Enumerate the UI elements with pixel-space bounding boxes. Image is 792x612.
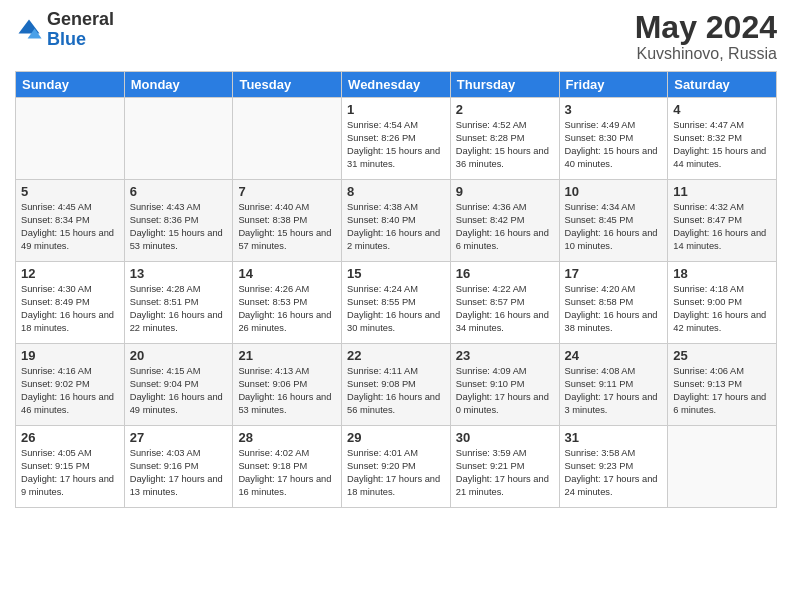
day-info: Sunrise: 4:52 AMSunset: 8:28 PMDaylight:… bbox=[456, 119, 554, 171]
day-info: Sunrise: 4:54 AMSunset: 8:26 PMDaylight:… bbox=[347, 119, 445, 171]
day-cell: 23Sunrise: 4:09 AMSunset: 9:10 PMDayligh… bbox=[450, 344, 559, 426]
day-number: 25 bbox=[673, 348, 771, 363]
day-cell: 2Sunrise: 4:52 AMSunset: 8:28 PMDaylight… bbox=[450, 98, 559, 180]
day-info: Sunrise: 4:34 AMSunset: 8:45 PMDaylight:… bbox=[565, 201, 663, 253]
day-number: 20 bbox=[130, 348, 228, 363]
header: General Blue May 2024 Kuvshinovo, Russia bbox=[15, 10, 777, 63]
day-cell: 30Sunrise: 3:59 AMSunset: 9:21 PMDayligh… bbox=[450, 426, 559, 508]
col-saturday: Saturday bbox=[668, 72, 777, 98]
week-row-1: 5Sunrise: 4:45 AMSunset: 8:34 PMDaylight… bbox=[16, 180, 777, 262]
day-cell bbox=[233, 98, 342, 180]
day-number: 31 bbox=[565, 430, 663, 445]
day-cell bbox=[668, 426, 777, 508]
day-info: Sunrise: 4:09 AMSunset: 9:10 PMDaylight:… bbox=[456, 365, 554, 417]
day-info: Sunrise: 4:05 AMSunset: 9:15 PMDaylight:… bbox=[21, 447, 119, 499]
day-cell: 29Sunrise: 4:01 AMSunset: 9:20 PMDayligh… bbox=[342, 426, 451, 508]
day-number: 24 bbox=[565, 348, 663, 363]
logo-general: General bbox=[47, 9, 114, 29]
logo-text: General Blue bbox=[47, 10, 114, 50]
day-number: 8 bbox=[347, 184, 445, 199]
day-info: Sunrise: 3:59 AMSunset: 9:21 PMDaylight:… bbox=[456, 447, 554, 499]
day-number: 15 bbox=[347, 266, 445, 281]
logo: General Blue bbox=[15, 10, 114, 50]
day-info: Sunrise: 4:06 AMSunset: 9:13 PMDaylight:… bbox=[673, 365, 771, 417]
day-number: 5 bbox=[21, 184, 119, 199]
day-number: 21 bbox=[238, 348, 336, 363]
day-info: Sunrise: 4:38 AMSunset: 8:40 PMDaylight:… bbox=[347, 201, 445, 253]
day-number: 19 bbox=[21, 348, 119, 363]
title-section: May 2024 Kuvshinovo, Russia bbox=[635, 10, 777, 63]
day-cell: 28Sunrise: 4:02 AMSunset: 9:18 PMDayligh… bbox=[233, 426, 342, 508]
day-number: 9 bbox=[456, 184, 554, 199]
col-thursday: Thursday bbox=[450, 72, 559, 98]
day-info: Sunrise: 3:58 AMSunset: 9:23 PMDaylight:… bbox=[565, 447, 663, 499]
day-cell: 9Sunrise: 4:36 AMSunset: 8:42 PMDaylight… bbox=[450, 180, 559, 262]
day-cell: 7Sunrise: 4:40 AMSunset: 8:38 PMDaylight… bbox=[233, 180, 342, 262]
col-tuesday: Tuesday bbox=[233, 72, 342, 98]
day-number: 6 bbox=[130, 184, 228, 199]
day-info: Sunrise: 4:32 AMSunset: 8:47 PMDaylight:… bbox=[673, 201, 771, 253]
day-number: 27 bbox=[130, 430, 228, 445]
week-row-0: 1Sunrise: 4:54 AMSunset: 8:26 PMDaylight… bbox=[16, 98, 777, 180]
day-number: 7 bbox=[238, 184, 336, 199]
day-cell: 27Sunrise: 4:03 AMSunset: 9:16 PMDayligh… bbox=[124, 426, 233, 508]
calendar: Sunday Monday Tuesday Wednesday Thursday… bbox=[15, 71, 777, 508]
page: General Blue May 2024 Kuvshinovo, Russia… bbox=[0, 0, 792, 612]
day-cell: 25Sunrise: 4:06 AMSunset: 9:13 PMDayligh… bbox=[668, 344, 777, 426]
day-number: 2 bbox=[456, 102, 554, 117]
day-info: Sunrise: 4:43 AMSunset: 8:36 PMDaylight:… bbox=[130, 201, 228, 253]
week-row-3: 19Sunrise: 4:16 AMSunset: 9:02 PMDayligh… bbox=[16, 344, 777, 426]
location-title: Kuvshinovo, Russia bbox=[635, 45, 777, 63]
day-info: Sunrise: 4:02 AMSunset: 9:18 PMDaylight:… bbox=[238, 447, 336, 499]
day-cell: 20Sunrise: 4:15 AMSunset: 9:04 PMDayligh… bbox=[124, 344, 233, 426]
day-number: 14 bbox=[238, 266, 336, 281]
day-cell: 24Sunrise: 4:08 AMSunset: 9:11 PMDayligh… bbox=[559, 344, 668, 426]
day-info: Sunrise: 4:11 AMSunset: 9:08 PMDaylight:… bbox=[347, 365, 445, 417]
week-row-4: 26Sunrise: 4:05 AMSunset: 9:15 PMDayligh… bbox=[16, 426, 777, 508]
day-info: Sunrise: 4:26 AMSunset: 8:53 PMDaylight:… bbox=[238, 283, 336, 335]
day-cell: 19Sunrise: 4:16 AMSunset: 9:02 PMDayligh… bbox=[16, 344, 125, 426]
logo-blue: Blue bbox=[47, 29, 86, 49]
day-info: Sunrise: 4:03 AMSunset: 9:16 PMDaylight:… bbox=[130, 447, 228, 499]
day-info: Sunrise: 4:20 AMSunset: 8:58 PMDaylight:… bbox=[565, 283, 663, 335]
day-cell: 17Sunrise: 4:20 AMSunset: 8:58 PMDayligh… bbox=[559, 262, 668, 344]
day-info: Sunrise: 4:22 AMSunset: 8:57 PMDaylight:… bbox=[456, 283, 554, 335]
col-sunday: Sunday bbox=[16, 72, 125, 98]
day-info: Sunrise: 4:01 AMSunset: 9:20 PMDaylight:… bbox=[347, 447, 445, 499]
day-info: Sunrise: 4:28 AMSunset: 8:51 PMDaylight:… bbox=[130, 283, 228, 335]
day-number: 16 bbox=[456, 266, 554, 281]
week-row-2: 12Sunrise: 4:30 AMSunset: 8:49 PMDayligh… bbox=[16, 262, 777, 344]
day-cell: 16Sunrise: 4:22 AMSunset: 8:57 PMDayligh… bbox=[450, 262, 559, 344]
day-cell: 3Sunrise: 4:49 AMSunset: 8:30 PMDaylight… bbox=[559, 98, 668, 180]
day-number: 17 bbox=[565, 266, 663, 281]
day-cell: 31Sunrise: 3:58 AMSunset: 9:23 PMDayligh… bbox=[559, 426, 668, 508]
day-info: Sunrise: 4:30 AMSunset: 8:49 PMDaylight:… bbox=[21, 283, 119, 335]
day-info: Sunrise: 4:49 AMSunset: 8:30 PMDaylight:… bbox=[565, 119, 663, 171]
day-info: Sunrise: 4:13 AMSunset: 9:06 PMDaylight:… bbox=[238, 365, 336, 417]
day-number: 23 bbox=[456, 348, 554, 363]
day-cell: 14Sunrise: 4:26 AMSunset: 8:53 PMDayligh… bbox=[233, 262, 342, 344]
day-info: Sunrise: 4:45 AMSunset: 8:34 PMDaylight:… bbox=[21, 201, 119, 253]
day-cell: 12Sunrise: 4:30 AMSunset: 8:49 PMDayligh… bbox=[16, 262, 125, 344]
day-cell: 1Sunrise: 4:54 AMSunset: 8:26 PMDaylight… bbox=[342, 98, 451, 180]
day-cell: 8Sunrise: 4:38 AMSunset: 8:40 PMDaylight… bbox=[342, 180, 451, 262]
day-number: 10 bbox=[565, 184, 663, 199]
day-number: 22 bbox=[347, 348, 445, 363]
day-info: Sunrise: 4:24 AMSunset: 8:55 PMDaylight:… bbox=[347, 283, 445, 335]
day-number: 18 bbox=[673, 266, 771, 281]
day-number: 30 bbox=[456, 430, 554, 445]
day-number: 26 bbox=[21, 430, 119, 445]
day-cell: 4Sunrise: 4:47 AMSunset: 8:32 PMDaylight… bbox=[668, 98, 777, 180]
day-number: 4 bbox=[673, 102, 771, 117]
day-cell: 26Sunrise: 4:05 AMSunset: 9:15 PMDayligh… bbox=[16, 426, 125, 508]
day-info: Sunrise: 4:16 AMSunset: 9:02 PMDaylight:… bbox=[21, 365, 119, 417]
header-row: Sunday Monday Tuesday Wednesday Thursday… bbox=[16, 72, 777, 98]
day-number: 11 bbox=[673, 184, 771, 199]
day-cell bbox=[16, 98, 125, 180]
day-number: 12 bbox=[21, 266, 119, 281]
day-cell: 22Sunrise: 4:11 AMSunset: 9:08 PMDayligh… bbox=[342, 344, 451, 426]
day-info: Sunrise: 4:47 AMSunset: 8:32 PMDaylight:… bbox=[673, 119, 771, 171]
month-title: May 2024 bbox=[635, 10, 777, 45]
col-monday: Monday bbox=[124, 72, 233, 98]
day-info: Sunrise: 4:40 AMSunset: 8:38 PMDaylight:… bbox=[238, 201, 336, 253]
